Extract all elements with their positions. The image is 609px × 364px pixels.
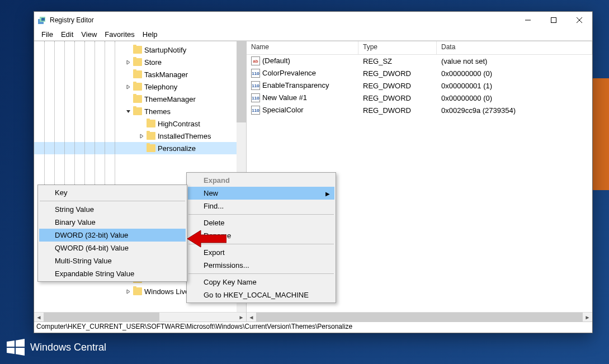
value-type: REG_DWORD (358, 94, 437, 102)
list-row[interactable]: 110EnableTransparencyREG_DWORD0x00000001… (247, 79, 592, 92)
value-data: 0x00000001 (1) (437, 82, 592, 90)
menu-item[interactable]: DWORD (32-bit) Value (39, 229, 186, 242)
menu-item[interactable]: Permissions... (188, 259, 334, 272)
statusbar: Computer\HKEY_CURRENT_USER\SOFTWARE\Micr… (34, 322, 592, 333)
context-submenu-new: KeyString ValueBinary ValueDWORD (32-bit… (37, 185, 187, 282)
menu-view[interactable]: View (77, 29, 101, 40)
expand-toggle[interactable] (125, 71, 131, 78)
folder-icon (133, 83, 142, 91)
menu-item[interactable]: Binary Value (39, 216, 186, 229)
value-name: New Value #1 (262, 93, 307, 102)
titlebar[interactable]: Registry Editor (34, 12, 592, 29)
tree-item-label: InstalledThemes (158, 132, 211, 140)
tree-item[interactable]: TaskManager (34, 68, 246, 81)
expand-toggle[interactable] (125, 59, 131, 65)
expand-toggle[interactable] (125, 96, 131, 102)
column-type[interactable]: Type (358, 41, 437, 54)
folder-icon (133, 287, 142, 295)
binary-value-icon: 110 (251, 93, 260, 102)
tree-item-label: Themes (144, 107, 171, 116)
tree-horizontal-scrollbar[interactable]: ◄ ► (34, 312, 246, 322)
value-type: REG_DWORD (358, 82, 437, 90)
tree-item[interactable]: Themes (34, 105, 246, 117)
value-data: 0x00000000 (0) (437, 69, 592, 78)
menu-item[interactable]: QWORD (64-bit) Value (39, 242, 186, 254)
maximize-button[interactable] (541, 12, 566, 29)
menu-favorites[interactable]: Favorites (101, 29, 138, 40)
list-row[interactable]: 110ColorPrevalenceREG_DWORD0x00000000 (0… (247, 67, 592, 79)
menu-edit[interactable]: Edit (57, 29, 77, 40)
value-data: (value not set) (437, 57, 592, 65)
tree-item[interactable]: Store (34, 56, 246, 68)
folder-icon (133, 46, 142, 54)
folder-icon (133, 58, 142, 66)
value-data: 0x0029cc9a (2739354) (437, 106, 592, 115)
expand-toggle[interactable] (125, 46, 131, 53)
menu-item[interactable]: New▶ (188, 187, 334, 200)
expand-toggle[interactable] (138, 145, 145, 152)
menu-item[interactable]: Copy Key Name (188, 276, 334, 289)
menu-file[interactable]: File (37, 29, 57, 40)
tree-item[interactable]: HighContrast (34, 117, 246, 130)
watermark-text: Windows Central (30, 342, 106, 353)
tree-item-label: Store (144, 58, 162, 67)
column-data[interactable]: Data (437, 41, 592, 54)
svg-marker-11 (16, 348, 25, 356)
expand-toggle[interactable] (125, 108, 131, 115)
minimize-button[interactable] (515, 12, 541, 29)
app-icon (37, 16, 46, 25)
folder-icon (133, 95, 142, 103)
submenu-arrow-icon: ▶ (325, 190, 330, 196)
windows-central-logo (7, 338, 25, 356)
list-header: Name Type Data (247, 41, 592, 55)
expand-toggle[interactable] (138, 133, 145, 139)
tree-item[interactable]: ThemeManager (34, 93, 246, 105)
expand-toggle[interactable] (125, 288, 131, 295)
list-horizontal-scrollbar[interactable]: ◄ ► (247, 312, 592, 322)
tree-item-label: HighContrast (158, 120, 200, 128)
menu-item[interactable]: Multi-String Value (39, 254, 186, 267)
menu-item[interactable]: Key (39, 186, 186, 199)
value-name: ColorPrevalence (262, 69, 316, 77)
list-row[interactable]: ab(Default)REG_SZ(value not set) (247, 55, 592, 67)
expand-toggle[interactable] (125, 83, 131, 90)
tree-item[interactable]: Personalize (34, 142, 246, 154)
menu-item[interactable]: Expandable String Value (39, 267, 186, 280)
binary-value-icon: 110 (251, 106, 260, 115)
svg-marker-7 (187, 230, 226, 247)
tree-item-label: Windows Live (144, 287, 189, 296)
tree-item-label: TaskManager (144, 70, 188, 79)
column-name[interactable]: Name (247, 41, 358, 54)
list-row[interactable]: 110New Value #1REG_DWORD0x00000000 (0) (247, 92, 592, 104)
tree-item[interactable]: InstalledThemes (34, 130, 246, 142)
tree-item[interactable]: Telephony (34, 81, 246, 93)
folder-icon (133, 70, 142, 78)
arrow-annotation (187, 229, 226, 250)
folder-icon (147, 132, 155, 140)
tree-item[interactable]: StartupNotify (34, 44, 246, 56)
tree-item-label: Telephony (144, 83, 177, 91)
list-row[interactable]: 110SpecialColorREG_DWORD0x0029cc9a (2739… (247, 104, 592, 116)
expand-toggle[interactable] (138, 120, 145, 127)
folder-icon (147, 120, 155, 127)
string-value-icon: ab (251, 56, 260, 65)
svg-marker-8 (7, 341, 15, 347)
binary-value-icon: 110 (251, 81, 260, 90)
watermark: Windows Central (7, 338, 106, 356)
menu-item: Expand (188, 174, 334, 187)
window-title: Registry Editor (50, 16, 515, 24)
binary-value-icon: 110 (251, 69, 260, 78)
menu-item[interactable]: String Value (39, 203, 186, 216)
value-name: SpecialColor (262, 106, 304, 114)
menu-item[interactable]: Delete (188, 216, 334, 229)
close-button[interactable] (566, 12, 592, 29)
menu-item[interactable]: Go to HKEY_LOCAL_MACHINE (188, 289, 334, 301)
svg-marker-9 (16, 339, 25, 347)
tree-item-label: ThemeManager (144, 95, 196, 103)
svg-rect-2 (41, 18, 45, 21)
value-data: 0x00000000 (0) (437, 94, 592, 102)
menu-item[interactable]: Find... (188, 200, 334, 212)
value-type: REG_DWORD (358, 69, 437, 78)
value-type: REG_DWORD (358, 106, 437, 115)
menu-help[interactable]: Help (139, 29, 162, 40)
